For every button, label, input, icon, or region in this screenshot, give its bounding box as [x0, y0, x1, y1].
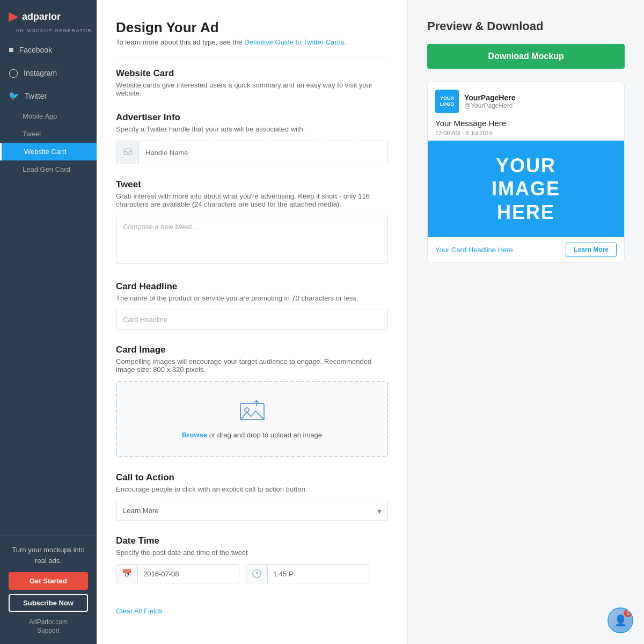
- handle-input[interactable]: [139, 143, 387, 162]
- card-cta-button[interactable]: Learn More: [566, 243, 617, 257]
- preview-title: Preview & Download: [427, 19, 625, 33]
- datetime-title: Date Time: [116, 536, 388, 546]
- cta-select-wrapper: Learn More Shop Now Sign Up Download: [116, 501, 388, 521]
- promo-text: Turn your mockups into real ads.: [9, 545, 88, 566]
- form-subtitle: To learn more about this ad type, see th…: [116, 38, 388, 46]
- sidebar-item-facebook[interactable]: ■ Facebook: [0, 39, 97, 61]
- handle-input-wrapper: [116, 141, 388, 164]
- guide-link[interactable]: Definitive Guide to Twitter Cards.: [244, 38, 346, 46]
- logo-icon: ▶: [9, 10, 18, 24]
- download-mockup-button[interactable]: Download Mockup: [427, 44, 625, 69]
- card-header: YOURLOGO YourPageHere @YourPageHere: [428, 82, 624, 116]
- cta-desc: Encourage people to click with an explic…: [116, 485, 388, 493]
- upload-text: Browse or drag and drop to upload an ima…: [126, 431, 378, 439]
- subscribe-button[interactable]: Subscribe Now: [9, 594, 88, 612]
- card-timestamp: 12:00 AM - 8 Jul 2016: [428, 129, 624, 141]
- svg-rect-0: [124, 149, 131, 155]
- card-account-name: YourPageHere: [464, 93, 515, 102]
- card-type-desc: Website cards give interested users a qu…: [116, 81, 388, 97]
- datetime-row: 📅 🕐: [116, 564, 388, 583]
- sidebar-nav: ■ Facebook ◯ Instagram 🐦 Twitter Mobile …: [0, 39, 97, 536]
- time-input-wrap: 🕐: [246, 564, 369, 583]
- image-section: Card Image Compelling images will encour…: [116, 345, 388, 457]
- sidebar: ▶ adparlor AD MOCKUP GENERATOR ■ Faceboo…: [0, 0, 97, 644]
- image-upload-area[interactable]: Browse or drag and drop to upload an ima…: [116, 381, 388, 457]
- sidebar-instagram-label: Instagram: [24, 69, 57, 77]
- tweet-desc: Grab interest with more info about what …: [116, 192, 388, 208]
- advertiser-section: Advertiser Info Specify a Twitter handle…: [116, 112, 388, 164]
- svg-rect-1: [240, 404, 264, 420]
- adparlor-link[interactable]: AdParlor.com: [9, 618, 88, 626]
- sidebar-item-instagram[interactable]: ◯ Instagram: [0, 61, 97, 84]
- browse-link[interactable]: Browse: [182, 431, 207, 439]
- calendar-icon: 📅: [116, 565, 138, 583]
- sidebar-facebook-label: Facebook: [19, 46, 52, 54]
- sidebar-links: AdParlor.com Support: [9, 618, 88, 634]
- twitter-icon: 🐦: [9, 91, 19, 101]
- instagram-icon: ◯: [9, 68, 18, 78]
- clock-icon: 🕐: [246, 565, 268, 583]
- form-panel: Design Your Ad To learn more about this …: [97, 0, 408, 644]
- date-input[interactable]: [138, 566, 239, 582]
- handle-icon: [116, 141, 139, 164]
- cta-section: Call to Action Encourage people to click…: [116, 472, 388, 521]
- date-input-wrap: 📅: [116, 564, 239, 583]
- logo-text: adparlor: [22, 11, 61, 23]
- headline-desc: The name of the product or service you a…: [116, 294, 388, 302]
- cta-title: Call to Action: [116, 472, 388, 483]
- sidebar-item-tweet[interactable]: Tweet: [0, 125, 97, 143]
- sidebar-item-website-card[interactable]: Website Card: [0, 143, 97, 160]
- sidebar-twitter-label: Twitter: [25, 92, 47, 100]
- datetime-section: Date Time Specify the post date and time…: [116, 536, 388, 583]
- twitter-card-preview: YOURLOGO YourPageHere @YourPageHere Your…: [427, 82, 625, 262]
- main-content: Design Your Ad To learn more about this …: [97, 0, 644, 644]
- time-input[interactable]: [268, 566, 369, 582]
- advertiser-desc: Specify a Twitter handle that your ads w…: [116, 125, 388, 133]
- headline-input[interactable]: [116, 310, 388, 330]
- preview-panel: Preview & Download Download Mockup YOURL…: [408, 0, 644, 644]
- sidebar-item-mobile-app[interactable]: Mobile App: [0, 107, 97, 125]
- headline-section: Card Headline The name of the product or…: [116, 281, 388, 330]
- tweet-section: Tweet Grab interest with more info about…: [116, 179, 388, 266]
- get-started-button[interactable]: Get Started: [9, 572, 88, 590]
- logo-sub: AD MOCKUP GENERATOR: [0, 28, 97, 39]
- chat-badge: 1: [624, 609, 632, 617]
- cta-select[interactable]: Learn More Shop Now Sign Up Download: [116, 501, 388, 521]
- image-title: Card Image: [116, 345, 388, 355]
- card-type-title: Website Card: [116, 68, 388, 79]
- chat-bubble[interactable]: 👤 1: [608, 608, 633, 633]
- upload-icon: [126, 399, 378, 426]
- tweet-title: Tweet: [116, 179, 388, 190]
- card-handle: @YourPageHere: [464, 102, 515, 109]
- card-type-section: Website Card Website cards give interest…: [116, 68, 388, 97]
- sidebar-item-twitter[interactable]: 🐦 Twitter: [0, 84, 97, 107]
- headline-title: Card Headline: [116, 281, 388, 292]
- image-desc: Compelling images will encourage your ta…: [116, 357, 388, 374]
- card-logo: YOURLOGO: [435, 90, 459, 113]
- datetime-desc: Specify the post date and time of the tw…: [116, 548, 388, 557]
- card-headline-text: Your Card Headline Here: [435, 246, 513, 254]
- card-message: Your Message Here: [428, 116, 624, 129]
- clear-fields-link[interactable]: Clear All Fields: [116, 607, 163, 615]
- card-footer: Your Card Headline Here Learn More: [428, 237, 624, 262]
- support-link[interactable]: Support: [9, 627, 88, 634]
- advertiser-title: Advertiser Info: [116, 112, 388, 123]
- tweet-textarea[interactable]: [116, 216, 388, 264]
- page-title: Design Your Ad: [116, 19, 388, 36]
- facebook-icon: ■: [9, 45, 14, 55]
- card-image-placeholder: YOURIMAGEHERE: [428, 141, 624, 237]
- sidebar-bottom: Turn your mockups into real ads. Get Sta…: [0, 536, 97, 644]
- card-account-info: YourPageHere @YourPageHere: [464, 93, 515, 109]
- sidebar-item-lead-gen-card[interactable]: Lead Gen Card: [0, 160, 97, 178]
